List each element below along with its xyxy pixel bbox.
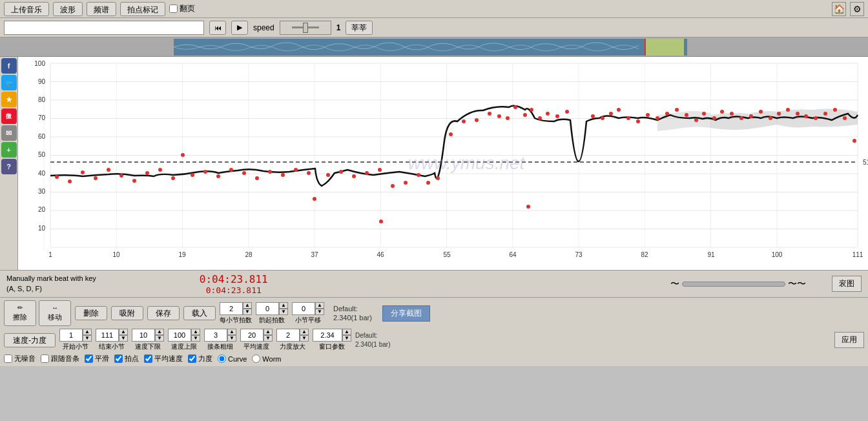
plus-icon[interactable]: + <box>1 142 17 158</box>
follow-notes-checkbox-label: 跟随音条 <box>41 354 79 364</box>
erase-button[interactable]: ✏ 擦除 <box>4 300 36 326</box>
speed-down-up[interactable]: ▲ <box>155 329 164 335</box>
svg-point-126 <box>843 116 847 120</box>
power-checkbox[interactable] <box>188 354 196 363</box>
svg-point-70 <box>255 176 259 180</box>
file-name-input[interactable]: Renata Tebaldi _ Orchestra dell'Accademi… <box>4 21 204 35</box>
overview-button[interactable]: 衮图 <box>832 276 862 292</box>
curve-radio-label: Curve <box>218 354 247 363</box>
beat-per-bar-input[interactable] <box>220 302 243 315</box>
follow-notes-checkbox[interactable] <box>41 354 49 363</box>
svg-point-72 <box>281 173 285 177</box>
svg-point-88 <box>475 118 479 122</box>
bar-param-down[interactable]: ▼ <box>315 309 324 315</box>
confirm-button[interactable]: 莘莘 <box>346 21 373 35</box>
start-beat-down[interactable]: ▼ <box>279 309 288 315</box>
start-bar-up[interactable]: ▲ <box>83 329 92 335</box>
power-large-input[interactable] <box>276 329 300 342</box>
move-button[interactable]: ↔ 移动 <box>39 300 71 326</box>
bar-param-input[interactable] <box>292 302 315 315</box>
avg-speed2-label: 平均速度 <box>154 354 183 364</box>
mail-icon[interactable]: ✉ <box>1 125 17 141</box>
speed-up-input[interactable] <box>168 329 191 342</box>
beat-point-checkbox[interactable] <box>114 354 123 363</box>
start-bar-down[interactable]: ▼ <box>83 335 92 342</box>
no-noise-checkbox[interactable] <box>4 354 12 363</box>
speed-up-down[interactable]: ▼ <box>191 335 200 342</box>
avg-speed2-checkbox[interactable] <box>144 354 152 363</box>
end-bar-input[interactable] <box>96 329 119 342</box>
speed-up-up[interactable]: ▲ <box>191 329 200 335</box>
curve-radio[interactable] <box>218 354 226 363</box>
delete-button[interactable]: 删除 <box>75 306 107 320</box>
svg-point-71 <box>268 170 272 174</box>
start-beat-up[interactable]: ▲ <box>279 302 288 309</box>
svg-point-96 <box>546 112 550 116</box>
svg-point-61 <box>145 171 149 175</box>
start-bar-input[interactable] <box>59 329 83 342</box>
waveform-container[interactable] <box>174 39 687 56</box>
beat-per-bar-down[interactable]: ▼ <box>243 309 252 315</box>
connect-input[interactable] <box>204 329 227 342</box>
svg-point-84 <box>426 181 430 185</box>
svg-point-111 <box>702 112 706 116</box>
default-info: Default: 2.340(1 bar) <box>333 304 372 323</box>
avg-speed-up[interactable]: ▲ <box>264 329 273 335</box>
chart-area[interactable]: www.ymus.net <box>18 57 868 270</box>
play-button[interactable]: ▶ <box>231 21 248 35</box>
waveform-button[interactable]: 波形 <box>53 2 83 16</box>
beat-per-bar-up[interactable]: ▲ <box>243 302 252 309</box>
speed-down-input[interactable] <box>132 329 155 342</box>
svg-point-59 <box>119 174 123 178</box>
svg-point-102 <box>617 108 621 112</box>
window-param-group: ▲ ▼ 窗口参数 <box>313 329 351 351</box>
twitter-icon[interactable]: 🐦 <box>1 75 17 90</box>
share-screenshot-button[interactable]: 分享截图 <box>382 305 430 322</box>
end-bar-up[interactable]: ▲ <box>119 329 128 335</box>
connect-up[interactable]: ▲ <box>227 329 236 335</box>
avg-speed-down[interactable]: ▼ <box>264 335 273 342</box>
window-param-input[interactable] <box>313 329 342 342</box>
smooth-checkbox[interactable] <box>85 354 93 363</box>
svg-point-95 <box>538 116 542 120</box>
avg-speed-input[interactable] <box>240 329 264 342</box>
svg-point-93 <box>523 113 527 117</box>
star-icon[interactable]: ★ <box>1 92 17 107</box>
svg-text:10: 10 <box>38 225 46 232</box>
flip-checkbox[interactable] <box>169 5 178 13</box>
adsorb-button[interactable]: 吸附 <box>111 306 143 320</box>
help-icon[interactable]: ? <box>1 159 17 174</box>
rewind-button[interactable]: ⏮ <box>209 21 226 35</box>
svg-text:82: 82 <box>641 251 648 258</box>
manual-mark-keys: (A, S, D, F) <box>6 284 96 294</box>
end-bar-down[interactable]: ▼ <box>119 335 128 342</box>
waveform-icon-left: 〜 <box>670 278 679 290</box>
upload-button[interactable]: 上传音乐 <box>4 2 49 16</box>
facebook-icon[interactable]: f <box>1 58 17 74</box>
start-beat-input[interactable] <box>256 302 279 315</box>
bar-param-group: ▲ ▼ 小节平移 <box>292 302 324 325</box>
beat-mark-button[interactable]: 拍点标记 <box>120 2 165 16</box>
speed-label: speed <box>253 23 274 32</box>
power-large-up[interactable]: ▲ <box>300 329 309 335</box>
speed-down-down[interactable]: ▼ <box>155 335 164 342</box>
svg-text:50: 50 <box>38 151 46 158</box>
settings-icon-btn[interactable]: ⚙ <box>850 2 864 16</box>
speed-power-button[interactable]: 速度-力度 <box>4 333 56 347</box>
beat-per-bar-group: ▲ ▼ 每小节拍数 <box>220 302 252 325</box>
power-large-down[interactable]: ▼ <box>300 335 309 342</box>
load-button[interactable]: 载入 <box>183 306 216 320</box>
worm-radio[interactable] <box>252 354 260 363</box>
home-icon-btn[interactable]: 🏠 <box>832 2 846 16</box>
weibo-icon[interactable]: 微 <box>1 108 17 124</box>
window-param-down[interactable]: ▼ <box>342 335 351 342</box>
save-button[interactable]: 保存 <box>147 306 180 320</box>
svg-text:55: 55 <box>443 251 451 258</box>
bar-param-up[interactable]: ▲ <box>315 302 324 309</box>
zoom-slider-track[interactable] <box>682 282 785 287</box>
apply-button[interactable]: 应用 <box>834 332 864 348</box>
window-param-up[interactable]: ▲ <box>342 329 351 335</box>
connect-down[interactable]: ▼ <box>227 335 236 342</box>
frequency-button[interactable]: 频谱 <box>87 2 116 16</box>
beat-per-bar-label: 每小节拍数 <box>220 316 252 325</box>
